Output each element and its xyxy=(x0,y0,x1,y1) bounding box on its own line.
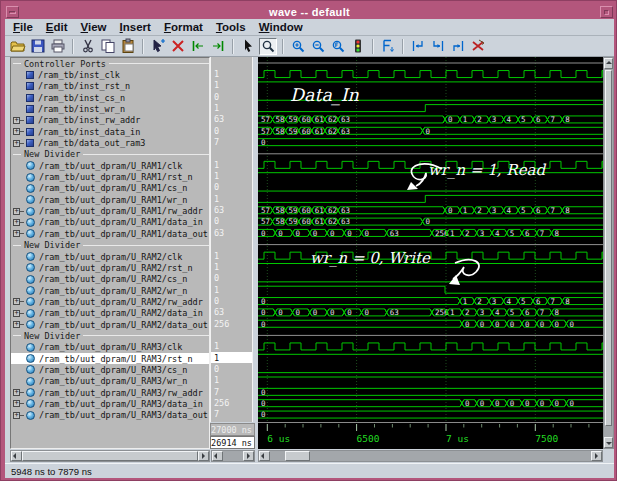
plus-icon[interactable]: + xyxy=(13,117,20,124)
signal-names-panel[interactable]: Controller Ports/ram_tb/inst_clk/ram_tb/… xyxy=(10,57,210,449)
expand-toggle[interactable]: + xyxy=(11,400,26,407)
menu-window[interactable]: Window xyxy=(254,20,311,34)
plus-icon[interactable]: + xyxy=(13,310,20,317)
zoom-mode-button[interactable] xyxy=(259,38,277,55)
signal-row[interactable]: +/ram_tb/data_out_ram3 xyxy=(11,137,209,148)
signal-row[interactable]: /ram_tb/uut_dpram/U_RAM3/clk xyxy=(11,342,209,353)
signal-row[interactable]: +/ram_tb/uut_dpram/U_RAM1/data_out xyxy=(11,228,209,239)
wave-panel[interactable]: 5758596061626301234567857585960616263005… xyxy=(258,57,603,449)
signal-row[interactable]: /ram_tb/uut_dpram/U_RAM2/clk xyxy=(11,251,209,262)
signal-row[interactable]: /ram_tb/inst_cs_n xyxy=(11,92,209,103)
titlebar[interactable]: wave -- default xyxy=(5,5,614,19)
restart-button[interactable] xyxy=(379,38,397,55)
plus-icon[interactable]: + xyxy=(13,400,20,407)
expand-toggle[interactable]: + xyxy=(11,117,26,124)
signal-row[interactable]: +/ram_tb/uut_dpram/U_RAM3/rw_addr xyxy=(11,387,209,398)
scroll-down-arrow[interactable] xyxy=(604,437,613,448)
scroll-right-arrow[interactable] xyxy=(243,451,254,461)
expand-toggle[interactable]: + xyxy=(11,298,26,305)
cursor-time-box[interactable]: 26914 ns xyxy=(210,436,255,449)
signal-row[interactable]: /ram_tb/uut_dpram/U_RAM3/rst_n xyxy=(11,353,209,364)
next-rising-edge-button[interactable] xyxy=(449,38,467,55)
menu-edit[interactable]: Edit xyxy=(41,20,76,34)
signal-row[interactable]: /ram_tb/uut_dpram/U_RAM1/clk xyxy=(11,160,209,171)
window-menu-button[interactable] xyxy=(6,6,19,18)
save-button[interactable] xyxy=(29,38,47,55)
signal-row[interactable]: /ram_tb/uut_dpram/U_RAM3/wr_n xyxy=(11,376,209,387)
signal-row[interactable]: /ram_tb/uut_dpram/U_RAM2/wr_n xyxy=(11,285,209,296)
wave-horizontal-scrollbar[interactable] xyxy=(258,450,603,462)
signal-row[interactable]: +/ram_tb/inst_rw_addr xyxy=(11,115,209,126)
cut-button[interactable] xyxy=(79,38,97,55)
menu-view[interactable]: View xyxy=(76,20,115,34)
expand-toggle[interactable]: + xyxy=(11,128,26,135)
menu-tools[interactable]: Tools xyxy=(211,20,254,34)
signal-row[interactable]: /ram_tb/uut_dpram/U_RAM3/cs_n xyxy=(11,364,209,375)
plus-icon[interactable]: + xyxy=(13,219,20,226)
stop-button[interactable] xyxy=(469,38,487,55)
signal-row[interactable]: /ram_tb/inst_wr_n xyxy=(11,103,209,114)
scroll-right-arrow[interactable] xyxy=(591,451,602,461)
add-cursor-button[interactable] xyxy=(149,38,167,55)
scroll-up-arrow[interactable] xyxy=(604,58,613,69)
plus-icon[interactable]: + xyxy=(13,208,20,215)
group-divider[interactable]: New Divider xyxy=(11,240,209,251)
signal-row[interactable]: +/ram_tb/inst_data_in xyxy=(11,126,209,137)
zoom-out-button[interactable] xyxy=(309,38,327,55)
signal-row[interactable]: /ram_tb/inst_clk xyxy=(11,69,209,80)
plus-icon[interactable]: + xyxy=(13,230,20,237)
find-next-transition-button[interactable] xyxy=(209,38,227,55)
delete-cursor-button[interactable] xyxy=(169,38,187,55)
maximize-button[interactable] xyxy=(600,6,613,18)
expand-toggle[interactable]: + xyxy=(11,208,26,215)
signal-row[interactable]: /ram_tb/uut_dpram/U_RAM1/rst_n xyxy=(11,171,209,182)
names-horizontal-scrollbar[interactable] xyxy=(10,450,210,462)
plus-icon[interactable]: + xyxy=(13,389,20,396)
scroll-left-arrow[interactable] xyxy=(11,451,22,461)
zoom-range-button[interactable] xyxy=(349,38,367,55)
signal-row[interactable]: /ram_tb/uut_dpram/U_RAM2/cs_n xyxy=(11,274,209,285)
plus-icon[interactable]: + xyxy=(13,298,20,305)
scroll-left-arrow[interactable] xyxy=(212,451,223,461)
plus-icon[interactable]: + xyxy=(13,128,20,135)
expand-toggle[interactable]: + xyxy=(11,230,26,237)
signal-row[interactable]: /ram_tb/uut_dpram/U_RAM2/rst_n xyxy=(11,262,209,273)
vertical-scrollbar[interactable] xyxy=(603,57,614,449)
vertical-scroll-thumb[interactable] xyxy=(605,70,612,426)
zoom-in-button[interactable] xyxy=(289,38,307,55)
menu-insert[interactable]: Insert xyxy=(115,20,159,34)
signal-row[interactable]: +/ram_tb/uut_dpram/U_RAM3/data_in xyxy=(11,398,209,409)
signal-row[interactable]: +/ram_tb/uut_dpram/U_RAM2/data_out xyxy=(11,319,209,330)
signal-row[interactable]: /ram_tb/inst_rst_n xyxy=(11,81,209,92)
expand-toggle[interactable]: + xyxy=(11,219,26,226)
expand-toggle[interactable]: + xyxy=(11,140,26,147)
print-button[interactable] xyxy=(49,38,67,55)
copy-button[interactable] xyxy=(99,38,117,55)
signal-row[interactable]: +/ram_tb/uut_dpram/U_RAM3/data_out xyxy=(11,410,209,421)
signal-row[interactable]: +/ram_tb/uut_dpram/U_RAM1/rw_addr xyxy=(11,205,209,216)
signal-row[interactable]: +/ram_tb/uut_dpram/U_RAM1/data_in xyxy=(11,217,209,228)
expand-toggle[interactable]: + xyxy=(11,389,26,396)
expand-toggle[interactable]: + xyxy=(11,310,26,317)
zoom-full-button[interactable] xyxy=(329,38,347,55)
waveform-canvas[interactable]: 5758596061626301234567857585960616263005… xyxy=(258,57,603,422)
signal-row[interactable]: +/ram_tb/uut_dpram/U_RAM2/data_in xyxy=(11,308,209,319)
next-falling-edge-button[interactable] xyxy=(429,38,447,55)
group-divider[interactable]: Controller Ports xyxy=(11,58,209,69)
paste-button[interactable] xyxy=(119,38,137,55)
signal-row[interactable]: /ram_tb/uut_dpram/U_RAM1/cs_n xyxy=(11,183,209,194)
names-scroll-thumb[interactable] xyxy=(22,451,198,461)
menu-file[interactable]: File xyxy=(8,20,41,34)
scroll-left-arrow[interactable] xyxy=(259,451,270,461)
menu-format[interactable]: Format xyxy=(159,20,211,34)
group-divider[interactable]: New Divider xyxy=(11,330,209,341)
wave-scroll-thumb[interactable] xyxy=(285,451,310,461)
signal-row[interactable]: /ram_tb/uut_dpram/U_RAM1/wr_n xyxy=(11,194,209,205)
plus-icon[interactable]: + xyxy=(13,140,20,147)
plus-icon[interactable]: + xyxy=(13,321,20,328)
values-horizontal-scrollbar[interactable] xyxy=(211,450,255,462)
find-prev-transition-button[interactable] xyxy=(189,38,207,55)
expand-toggle[interactable]: + xyxy=(11,321,26,328)
group-divider[interactable]: New Divider xyxy=(11,149,209,160)
prev-falling-edge-button[interactable] xyxy=(409,38,427,55)
